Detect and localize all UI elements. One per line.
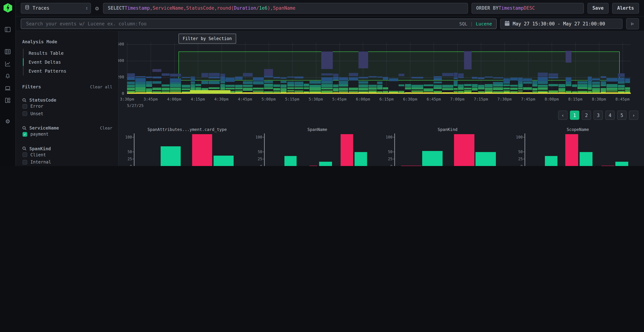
heatmap-cell [485,84,493,87]
heatmap-cell [191,88,195,90]
sql-orderby-editor[interactable]: ORDER BY Timestamp DESC [471,3,584,14]
analysis-mode-item[interactable]: Results Table [24,49,112,58]
heatmap-cell [191,82,195,84]
filter-by-selection-button[interactable]: Filter by Selection [178,34,236,44]
mini-chart-title: SpanAttributes...yment.card_type [134,127,240,132]
analysis-mode-title: Analysis Mode [22,39,112,44]
heatmap-cell [485,90,493,92]
clear-all-filters-link[interactable]: Clear all [90,84,112,89]
pagination-page-button[interactable]: 5 [617,110,626,120]
heatmap-cell [434,78,442,80]
filter-option[interactable]: Server [22,166,112,166]
checkbox[interactable] [22,104,27,109]
sql-select-editor[interactable]: SELECT Timestamp,ServiceName,StatusCode,… [103,3,468,14]
heatmap-xtick-label: 8:30pm [592,97,606,102]
mini-chart[interactable]: SpanAttributes...yment.card_type02550100… [120,127,250,166]
checkbox[interactable] [22,112,27,116]
sidebar-toggle-icon[interactable] [4,26,11,33]
daterange-picker[interactable]: May 27 15:30:00 - May 27 21:00:00 [500,18,622,29]
checkbox[interactable]: ✓ [22,132,27,137]
pagination-prev-button[interactable]: ‹ [558,110,568,120]
sql-token: , [183,5,186,11]
filters-title: Filters [22,84,41,90]
sessions-laptop-icon[interactable] [4,84,11,92]
mini-chart[interactable]: SpanName02550100grpc.oteldemo.PaymentSer… [250,127,380,166]
heatmap-cell [405,87,411,90]
heatmap-cell [618,84,625,88]
mini-chart-yaxis [134,134,134,166]
pagination-page-button[interactable]: 1 [570,110,579,120]
database-icon [25,5,30,12]
run-query-button[interactable]: ▷ [626,18,639,29]
heatmap-xtick-label: 5:15pm [285,97,300,102]
search-input[interactable] [26,20,456,27]
mini-chart[interactable]: ScopeName02550100@hyperdx/instrumentatio… [510,127,641,166]
heatmap-cell [510,78,518,80]
pagination-page-button[interactable]: 2 [582,110,591,120]
heatmap-cell [618,91,625,92]
heatmap-cell [412,88,423,90]
filter-option[interactable]: Client [22,151,112,158]
heatmap-cell [146,81,152,84]
heatmap-cell [339,77,348,79]
heatmap-plot[interactable]: Filter by Selection 02004006003:30pm3:45… [127,42,631,94]
heatmap-cell [625,90,630,92]
search-icon[interactable] [22,98,26,102]
mini-chart-bar [454,134,474,166]
analysis-mode-item[interactable]: Event Deltas [24,58,112,66]
save-button[interactable]: Save [587,3,608,14]
pagination-page-button[interactable]: 4 [605,110,615,120]
heatmap-ytick-label: 200 [118,75,124,80]
checkbox[interactable] [22,160,27,164]
mini-chart-yaxis [264,134,264,166]
heatmap-cell [600,82,606,85]
heatmap-cell [333,77,338,78]
heatmap-cell [333,78,338,80]
search-icon[interactable] [22,126,26,130]
source-select[interactable]: Traces ▴▾ [21,3,91,14]
source-settings-gear-icon[interactable]: ⚙ [94,4,100,12]
settings-gear-icon[interactable]: ⚙ [4,117,11,124]
filter-option[interactable]: Error [22,103,112,110]
mode-sql-toggle[interactable]: SQL [459,21,467,26]
heatmap-cell [235,76,242,78]
app-logo[interactable] [3,3,12,12]
filter-option[interactable]: Unset [22,110,112,117]
heatmap-cell [201,81,208,84]
heatmap-cell [532,84,538,87]
mini-chart-bar [422,151,443,166]
pagination-page-button[interactable]: 3 [594,110,603,120]
filter-clear-link[interactable]: Clear [100,126,112,130]
pagination-next-button[interactable]: › [629,110,638,120]
checkbox[interactable] [22,152,27,157]
heatmap-cell [592,84,600,87]
search-icon[interactable] [22,146,26,150]
alerts-button[interactable]: Alerts [612,3,639,14]
mini-chart-bar [476,152,496,166]
filter-option[interactable]: ✓payment [22,130,112,138]
heatmap-cell [243,81,252,84]
heatmap-cell [127,73,135,77]
heatmap-cell [548,73,558,76]
heatmap-cell [566,77,572,78]
heatmap-xtick-label: 8:45pm [616,97,630,102]
heatmap-cell [548,76,558,78]
heatmap-cell [349,73,358,76]
mini-chart-ytick-label: 25 [120,157,132,161]
mini-chart[interactable]: SpanKind02550100InternalServer [380,127,510,166]
heatmap-cell [136,84,146,87]
mini-chart-ytick-label: 25 [511,157,523,161]
heatmap-xtick-label: 6:15pm [380,97,394,102]
alerts-bell-icon[interactable] [4,72,11,80]
mini-chart-ytick-label: 0 [251,164,262,166]
filter-groups: StatusCodeErrorUnsetServiceNameClear✓pay… [22,97,112,166]
source-select-value: Traces [32,5,83,11]
analysis-mode-item[interactable]: Event Patterns [24,66,112,76]
mini-chart-bar [616,162,628,166]
mode-lucene-toggle[interactable]: Lucene [476,21,492,26]
dashboards-icon[interactable] [4,96,11,104]
chart-explorer-icon[interactable] [4,60,11,67]
filter-option[interactable]: Internal [22,158,112,166]
mini-chart-yaxis [394,134,395,166]
search-logs-icon[interactable] [4,48,11,55]
